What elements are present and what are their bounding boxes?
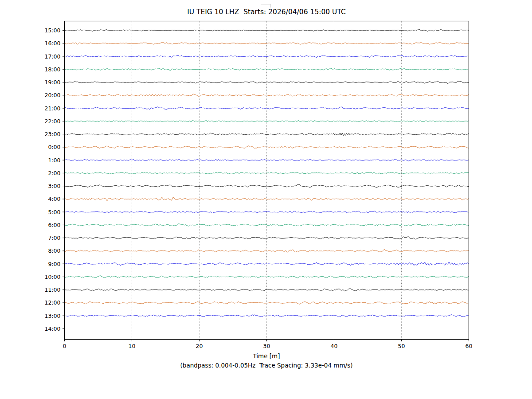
- y-tick-label: 7:00: [48, 235, 60, 241]
- y-tick-label: 12:00: [44, 299, 60, 306]
- y-tick-label: 21:00: [44, 105, 60, 112]
- y-tick-label: 8:00: [48, 247, 60, 254]
- footnote: (bandpass: 0.004-0.05Hz Trace Spacing: 3…: [64, 362, 469, 369]
- y-tick-label: 20:00: [44, 92, 60, 98]
- trace-1200: [65, 302, 469, 304]
- trace-1500: [65, 29, 469, 31]
- y-tick-label: 22:00: [44, 118, 60, 125]
- y-tick-label: 14:00: [44, 325, 60, 332]
- y-tick-label: 11:00: [44, 286, 60, 293]
- y-tick-label: 9:00: [48, 261, 60, 267]
- x-tick-label: 20: [196, 343, 203, 349]
- trace-600: [65, 224, 469, 226]
- x-tick-label: 30: [263, 343, 270, 349]
- y-tick-label: 2:00: [48, 170, 60, 176]
- y-tick-label: 0:00: [48, 144, 60, 150]
- x-tick-label: 50: [398, 343, 405, 349]
- y-tick-label: 4:00: [48, 196, 60, 202]
- y-tick-label: 1:00: [48, 157, 60, 164]
- x-tick-label: 10: [129, 343, 136, 349]
- y-tick-label: 18:00: [44, 66, 60, 73]
- x-tick-label: 60: [466, 343, 473, 349]
- x-tick-label: 40: [331, 343, 338, 349]
- y-tick-label: 19:00: [44, 79, 60, 86]
- y-tick-label: 13:00: [44, 313, 60, 319]
- y-tick-label: 3:00: [48, 183, 60, 189]
- y-tick-label: 10:00: [44, 274, 60, 280]
- y-tick-label: 23:00: [44, 131, 60, 137]
- y-tick-label: 6:00: [48, 222, 60, 228]
- dayplot-canvas: 15:0016:0017:0018:0019:0020:0021:0022:00…: [0, 0, 532, 399]
- y-tick-label: 15:00: [44, 27, 60, 34]
- y-tick-label: 16:00: [44, 40, 60, 47]
- y-tick-label: 17:00: [44, 53, 60, 60]
- trace-1100: [65, 289, 469, 291]
- x-tick-label: 0: [63, 343, 66, 349]
- y-tick-label: 5:00: [48, 209, 60, 215]
- x-axis-label: Time [m]: [64, 352, 469, 360]
- dayplot-figure: IU TEIG 10 LHZ Starts: 2026/04/06 15:00 …: [0, 0, 532, 399]
